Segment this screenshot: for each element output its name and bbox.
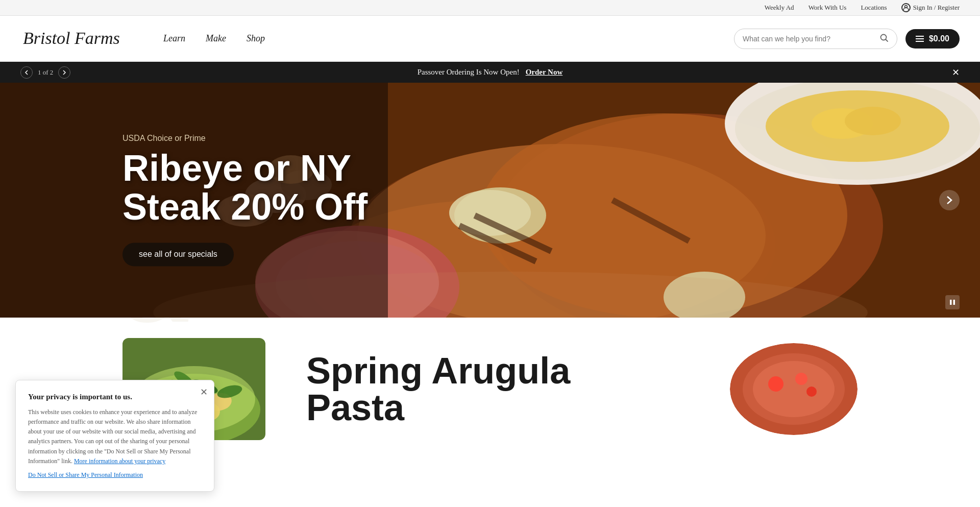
announcement-message: Passover Ordering Is Now Open! — [418, 68, 520, 77]
logo-area[interactable]: Bristol Farms — [20, 22, 133, 55]
svg-line-3 — [886, 39, 888, 41]
svg-rect-31 — [953, 300, 955, 305]
privacy-title: Your privacy is important to us. — [28, 393, 202, 401]
hero-section: USDA Choice or Prime Ribeye or NYSteak 2… — [0, 83, 980, 318]
svg-rect-30 — [950, 300, 952, 305]
privacy-popup: ✕ Your privacy is important to us. This … — [15, 380, 214, 440]
cart-icon — [916, 36, 924, 42]
sign-in-link[interactable]: Sign In / Register — [901, 3, 960, 12]
svg-text:Bristol Farms: Bristol Farms — [23, 29, 120, 47]
hero-cta-button[interactable]: see all of our specials — [122, 243, 234, 267]
logo: Bristol Farms — [20, 22, 133, 55]
announcement-prev[interactable] — [20, 66, 33, 79]
announcement-close[interactable]: ✕ — [952, 67, 960, 78]
svg-point-2 — [880, 34, 886, 40]
svg-point-47 — [768, 376, 783, 392]
svg-point-48 — [795, 373, 807, 385]
announcement-counter: 1 of 2 — [38, 68, 53, 77]
second-food-thumbnail — [730, 343, 857, 435]
user-icon — [901, 3, 911, 12]
search-input[interactable] — [743, 35, 879, 43]
svg-point-49 — [806, 387, 817, 397]
announcement-nav: 1 of 2 — [20, 66, 70, 79]
weekly-ad-link[interactable]: Weekly Ad — [765, 4, 794, 12]
spring-text-area: Spring Arugula Pasta — [306, 352, 570, 426]
svg-point-24 — [845, 107, 901, 135]
nav-shop[interactable]: Shop — [247, 33, 265, 44]
sign-in-label: Sign In / Register — [913, 4, 960, 12]
cart-button[interactable]: $0.00 — [905, 29, 960, 49]
nav-learn[interactable]: Learn — [163, 33, 185, 44]
svg-point-46 — [753, 361, 835, 417]
announcement-next[interactable] — [58, 66, 70, 79]
hero-pause-button[interactable] — [945, 295, 960, 309]
header-right: $0.00 — [734, 29, 960, 49]
hero-next-button[interactable] — [939, 190, 960, 210]
hero-content: USDA Choice or Prime Ribeye or NYSteak 2… — [122, 134, 368, 266]
main-header: Bristol Farms Learn Make Shop $0.00 — [0, 16, 980, 62]
privacy-body: This website uses cookies to enhance you… — [28, 407, 202, 440]
privacy-close-button[interactable]: ✕ — [200, 387, 208, 398]
announcement-bar: 1 of 2 Passover Ordering Is Now Open! Or… — [0, 62, 980, 83]
hero-subtitle: USDA Choice or Prime — [122, 134, 368, 143]
nav-make[interactable]: Make — [206, 33, 226, 44]
search-bar[interactable] — [734, 29, 897, 49]
cart-amount: $0.00 — [929, 34, 949, 43]
announcement-cta[interactable]: Order Now — [526, 68, 563, 77]
hero-title: Ribeye or NYSteak 20% Off — [122, 149, 368, 226]
spring-title: Spring Arugula Pasta — [306, 352, 570, 426]
main-nav: Learn Make Shop — [163, 33, 734, 44]
search-icon — [879, 33, 889, 44]
utility-bar: Weekly Ad Work With Us Locations Sign In… — [0, 0, 980, 16]
announcement-content: Passover Ordering Is Now Open! Order Now — [418, 68, 563, 77]
work-with-us-link[interactable]: Work With Us — [808, 4, 847, 12]
locations-link[interactable]: Locations — [861, 4, 887, 12]
